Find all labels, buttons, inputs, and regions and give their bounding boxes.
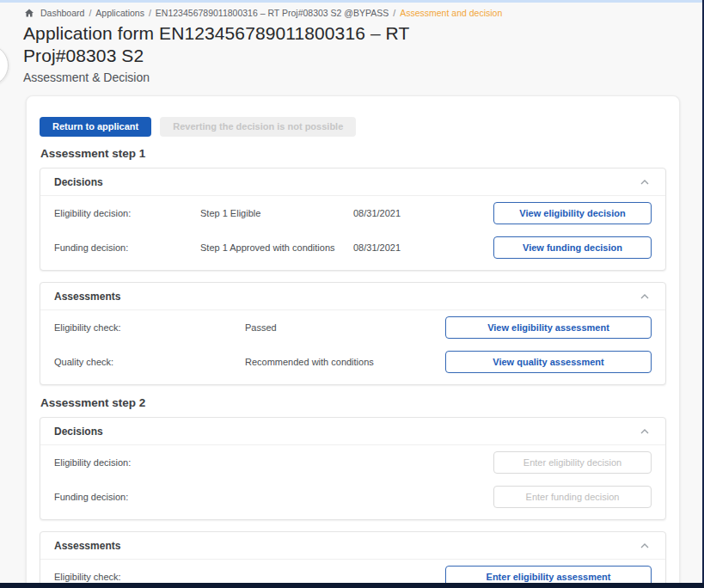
breadcrumb-applications[interactable]: Applications: [95, 8, 144, 18]
row-value: Step 1 Approved with conditions: [200, 242, 353, 253]
card-header: Decisions: [40, 168, 665, 196]
table-row: Eligibility check: Passed View eligibili…: [40, 310, 665, 345]
row-value: Passed: [245, 322, 445, 333]
row-label: Funding decision:: [54, 492, 200, 502]
view-quality-assessment-button[interactable]: View quality assessment: [445, 351, 652, 373]
page-title-line1: Application form EN123456789011800316 – …: [23, 22, 505, 45]
row-label: Eligibility decision:: [54, 208, 200, 218]
breadcrumb-separator: /: [393, 8, 395, 18]
table-row: Funding decision: Enter funding decision: [40, 480, 665, 514]
enter-eligibility-decision-button: Enter eligibility decision: [493, 451, 652, 474]
card-header: Decisions: [40, 418, 665, 445]
page-title-line2: Proj#08303 S2: [23, 45, 505, 67]
enter-funding-decision-button: Enter funding decision: [493, 486, 652, 508]
page-subtitle: Assessment & Decision: [23, 70, 505, 84]
main-panel: Return to applicant Reverting the decisi…: [26, 95, 680, 588]
return-to-applicant-button[interactable]: Return to applicant: [40, 117, 151, 137]
toolbar: Return to applicant Reverting the decisi…: [40, 117, 666, 137]
breadcrumb-dashboard[interactable]: Dashboard: [40, 8, 84, 18]
breadcrumb-separator: /: [89, 8, 91, 18]
decisions-card-step-1: Decisions Eligibility decision: Step 1 E…: [40, 168, 666, 271]
row-label: Eligibility check:: [54, 322, 245, 333]
row-value: Recommended with conditions: [245, 357, 445, 367]
decisions-card-step-2: Decisions Eligibility decision: Enter el…: [40, 417, 666, 520]
table-row: Eligibility decision: Enter eligibility …: [40, 445, 665, 480]
breadcrumb-separator: /: [149, 8, 151, 18]
card-title: Assessments: [54, 291, 120, 303]
card-header: Assessments: [40, 532, 665, 560]
card-title: Assessments: [54, 540, 120, 552]
row-label: Funding decision:: [54, 242, 200, 253]
row-label: Eligibility decision:: [54, 457, 200, 468]
view-eligibility-decision-button[interactable]: View eligibility decision: [493, 202, 652, 224]
breadcrumb: Dashboard / Applications / EN12345678901…: [24, 8, 687, 18]
chevron-up-icon[interactable]: [638, 290, 652, 303]
card-header: Assessments: [40, 283, 665, 310]
assessments-card-step-2: Assessments Eligibility check: Enter eli…: [40, 531, 666, 588]
card-title: Decisions: [54, 176, 103, 188]
table-row: Eligibility decision: Step 1 Eligible 08…: [40, 196, 665, 230]
table-row: Quality check: Recommended with conditio…: [40, 345, 665, 379]
side-panel-handle[interactable]: [0, 45, 9, 86]
view-funding-decision-button[interactable]: View funding decision: [493, 236, 652, 259]
card-title: Decisions: [54, 426, 103, 438]
page-title: Application form EN123456789011800316 – …: [23, 22, 505, 66]
view-eligibility-assessment-button[interactable]: View eligibility assessment: [445, 316, 652, 339]
chevron-up-icon[interactable]: [638, 175, 652, 189]
breadcrumb-current: Assessment and decision: [400, 8, 502, 18]
section-heading-step-1: Assessment step 1: [40, 147, 666, 160]
row-label: Eligibility check:: [54, 572, 245, 582]
table-row: Funding decision: Step 1 Approved with c…: [40, 230, 665, 265]
revert-decision-button: Reverting the decision is not possible: [160, 117, 356, 137]
window-bottom-edge: [0, 583, 704, 588]
row-date: 08/31/2021: [353, 208, 493, 218]
breadcrumb-application-id[interactable]: EN123456789011800316 – RT Proj#08303 S2 …: [156, 8, 389, 18]
chevron-up-icon[interactable]: [638, 425, 652, 438]
section-heading-step-2: Assessment step 2: [40, 396, 666, 409]
window-top-edge: [0, 0, 704, 3]
chevron-up-icon[interactable]: [638, 539, 652, 553]
row-date: 08/31/2021: [353, 242, 493, 253]
row-value: Step 1 Eligible: [200, 208, 353, 218]
assessments-card-step-1: Assessments Eligibility check: Passed Vi…: [40, 282, 666, 385]
row-label: Quality check:: [54, 357, 245, 367]
home-icon[interactable]: [24, 8, 34, 18]
